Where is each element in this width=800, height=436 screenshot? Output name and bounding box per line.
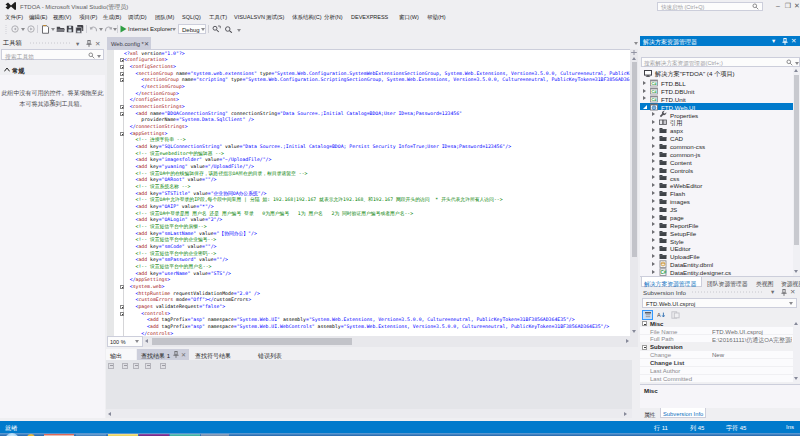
search-icon[interactable] [752,3,759,10]
delete-icon[interactable] [160,363,166,369]
code-editor[interactable]: <?xml version="1.0"?><configuration> <co… [107,49,638,336]
tree-collapsed-icon[interactable] [652,144,655,148]
new-file-dropdown-icon[interactable] [51,28,55,31]
document-tab-close-icon[interactable]: ✕ [144,41,149,47]
new-file-icon[interactable] [41,25,50,34]
tree-collapsed-icon[interactable] [652,246,655,250]
tree-collapsed-icon[interactable] [652,270,655,274]
tree-row-flash[interactable]: Flash [640,189,793,197]
menu-item-11[interactable]: 测试(S) [266,14,284,21]
tree-row-aspx[interactable]: aspx [640,126,793,134]
scroll-up-icon[interactable] [794,69,798,72]
solution-explorer-search-dropdown-icon[interactable] [795,62,799,65]
save-all-icon[interactable] [75,25,84,34]
scroll-up-icon[interactable] [794,322,798,325]
tree-collapsed-icon[interactable] [652,254,655,258]
tree-row-ftd-bll[interactable]: C#FTD.BLL [640,79,793,87]
tree-row-style[interactable]: Style [640,236,793,244]
redo-icon[interactable] [104,25,113,33]
hscroll-right-icon[interactable] [626,339,629,343]
tree-collapsed-icon[interactable] [652,183,655,187]
configuration-dropdown-icon[interactable] [201,28,205,31]
solution-explorer-title-bar[interactable]: 解决方案资源管理器 ▾ ✕ [640,36,800,46]
tree-collapsed-icon[interactable] [652,167,655,171]
undo-icon[interactable] [89,25,98,33]
undo-dropdown-icon[interactable] [99,28,103,31]
solution-explorer-window-position-icon[interactable]: ▾ [772,38,775,45]
tree-row-images[interactable]: images [640,197,793,205]
solution-tree-scrollbar[interactable] [793,67,800,276]
find-in-files-icon[interactable] [212,25,221,33]
scroll-up-icon[interactable] [632,57,636,60]
alphabetical-icon[interactable]: A [657,311,665,319]
toolbox-pin-icon[interactable] [86,40,92,47]
grid-row-last-author[interactable]: Last Author [640,367,793,375]
clear-icon[interactable] [133,363,139,369]
menu-item-13[interactable]: 分析(N) [324,14,343,21]
navigate-to-icon[interactable] [224,25,233,33]
tree-collapsed-icon[interactable] [652,152,655,156]
subversion-close-icon[interactable]: ✕ [790,289,795,296]
grid-row-file-name[interactable]: File NameFTD.Web.UI.csproj [640,327,793,335]
find-results-pin-icon[interactable] [173,351,179,358]
bottom-tab-2[interactable]: 查找结果 1✕ [137,349,189,360]
menu-item-10[interactable]: VISUALSVN [234,14,265,20]
tree-row-properties[interactable]: Properties [640,110,793,118]
tree-row-reportfile[interactable]: ReportFile [640,221,793,229]
menu-item-9[interactable]: 工具(T) [209,14,227,21]
tree-collapsed-icon[interactable] [652,199,655,203]
tree-row-uploadfile[interactable]: UploadFile [640,252,793,260]
tree-collapsed-icon[interactable] [643,81,646,85]
props-tab-2[interactable]: Subversion Info [663,411,703,417]
start-debug-icon[interactable] [120,25,127,33]
tree-collapsed-icon[interactable] [652,222,655,226]
tree-row-setupfile[interactable]: SetupFile [640,229,793,237]
minimize-button[interactable]: – [774,2,782,10]
tree-row-ftd-web-ui[interactable]: FTD.Web.UI [640,103,793,111]
solution-explorer-search-icon[interactable] [786,59,793,66]
find-results-content[interactable] [106,372,632,409]
zoom-dropdown-icon[interactable] [135,340,139,343]
bottom-tab-1[interactable]: 输出 [106,349,136,360]
tree-row-common-css[interactable]: common-css [640,142,793,150]
menu-item-8[interactable]: SQL(Q) [182,14,201,20]
tree-collapsed-icon[interactable] [652,230,655,234]
tree-row--[interactable]: 引用 [640,118,793,126]
menu-item-16[interactable]: 帮助(H) [427,14,446,21]
menu-item-1[interactable]: 文件(F) [5,14,23,21]
tree-row-ftd-unit[interactable]: C#FTD.Unit [640,95,793,103]
save-icon[interactable] [66,25,74,33]
menu-item-7[interactable]: 团队(M) [155,14,174,21]
tree-row-css[interactable]: css [640,173,793,181]
bottom-tab-3[interactable]: 查找符号结果 [191,349,233,360]
tree-collapsed-icon[interactable] [652,112,655,116]
solution-explorer-pin-icon[interactable] [782,38,788,45]
tree-collapsed-icon[interactable] [652,136,655,140]
category-collapse-icon[interactable] [642,345,647,350]
scrollbar-splitter-grip[interactable] [631,50,637,55]
props-tab-1[interactable]: 属性 [644,411,656,420]
go-prev-icon[interactable] [108,363,114,369]
grid-row-change[interactable]: ChangeNew [640,351,793,359]
find-results-hscrollbar[interactable] [106,409,632,418]
scroll-down-icon[interactable] [794,377,798,380]
tree-row-dataentity-dbml[interactable]: DataEntity.dbml [640,260,793,268]
tree-row-content[interactable]: Content [640,158,793,166]
editor-hscroll-thumb[interactable] [152,338,352,345]
run-target-dropdown-icon[interactable] [172,28,176,31]
tree-row-ueditor[interactable]: UEditor [640,244,793,252]
toolbox-close-icon[interactable]: ✕ [95,41,100,48]
toolbox-search-icon[interactable] [88,52,95,59]
tree-expanded-icon[interactable] [643,105,647,109]
menu-item-4[interactable]: 项目(P) [79,14,97,21]
tree-collapsed-icon[interactable] [652,215,655,219]
bottom-tab-4[interactable]: 错误列表 [254,349,284,360]
tree-row-solution[interactable]: 解决方案"FTDOA" (4 个项目) [640,69,793,77]
toolbox-search-dropdown-icon[interactable] [97,55,101,58]
menu-item-14[interactable]: DEVEXPRESS [351,14,388,20]
navigate-backward-dropdown-icon[interactable] [21,28,25,31]
document-tab-webconfig[interactable]: Web.config * ✕ [107,37,151,49]
hscroll-left-icon[interactable] [145,339,148,343]
scroll-down-icon[interactable] [794,270,798,273]
tree-collapsed-icon[interactable] [643,96,646,100]
